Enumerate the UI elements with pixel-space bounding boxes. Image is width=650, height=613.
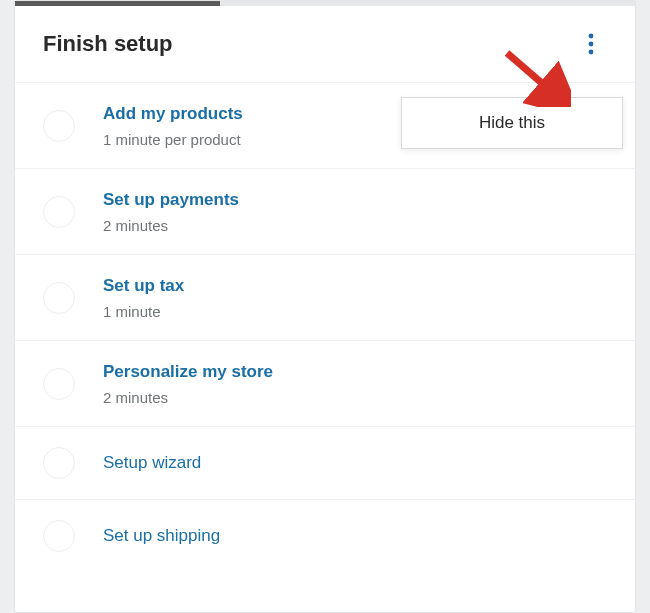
task-sub: 2 minutes <box>103 217 239 234</box>
task-title[interactable]: Add my products <box>103 103 243 125</box>
task-sub: 1 minute <box>103 303 184 320</box>
task-title[interactable]: Personalize my store <box>103 361 273 383</box>
task-row[interactable]: Setup wizard <box>15 427 635 500</box>
task-row[interactable]: Set up tax 1 minute <box>15 255 635 341</box>
task-status-circle-icon <box>43 447 75 479</box>
kebab-popover: Hide this <box>401 97 623 149</box>
task-text: Setup wizard <box>103 452 201 474</box>
task-text: Personalize my store 2 minutes <box>103 361 273 406</box>
task-row[interactable]: Personalize my store 2 minutes <box>15 341 635 427</box>
task-status-circle-icon <box>43 368 75 400</box>
task-status-circle-icon <box>43 110 75 142</box>
task-status-circle-icon <box>43 196 75 228</box>
task-text: Set up tax 1 minute <box>103 275 184 320</box>
task-text: Set up shipping <box>103 525 220 547</box>
task-text: Add my products 1 minute per product <box>103 103 243 148</box>
progress-track <box>15 1 635 6</box>
setup-card: Finish setup Add my products 1 minute pe… <box>14 0 636 613</box>
task-title[interactable]: Set up payments <box>103 189 239 211</box>
kebab-menu-icon <box>588 33 594 55</box>
task-row[interactable]: Set up shipping <box>15 500 635 572</box>
hide-this-option[interactable]: Hide this <box>402 98 622 148</box>
task-sub: 2 minutes <box>103 389 273 406</box>
svg-point-0 <box>589 34 594 39</box>
more-options-button[interactable] <box>575 28 607 60</box>
page-title: Finish setup <box>43 31 173 57</box>
task-title[interactable]: Setup wizard <box>103 452 201 474</box>
card-header: Finish setup <box>15 6 635 83</box>
task-status-circle-icon <box>43 282 75 314</box>
task-row[interactable]: Set up payments 2 minutes <box>15 169 635 255</box>
task-status-circle-icon <box>43 520 75 552</box>
task-sub: 1 minute per product <box>103 131 243 148</box>
progress-fill <box>15 1 220 6</box>
svg-point-1 <box>589 42 594 47</box>
task-title[interactable]: Set up tax <box>103 275 184 297</box>
task-title[interactable]: Set up shipping <box>103 525 220 547</box>
task-text: Set up payments 2 minutes <box>103 189 239 234</box>
svg-point-2 <box>589 50 594 55</box>
